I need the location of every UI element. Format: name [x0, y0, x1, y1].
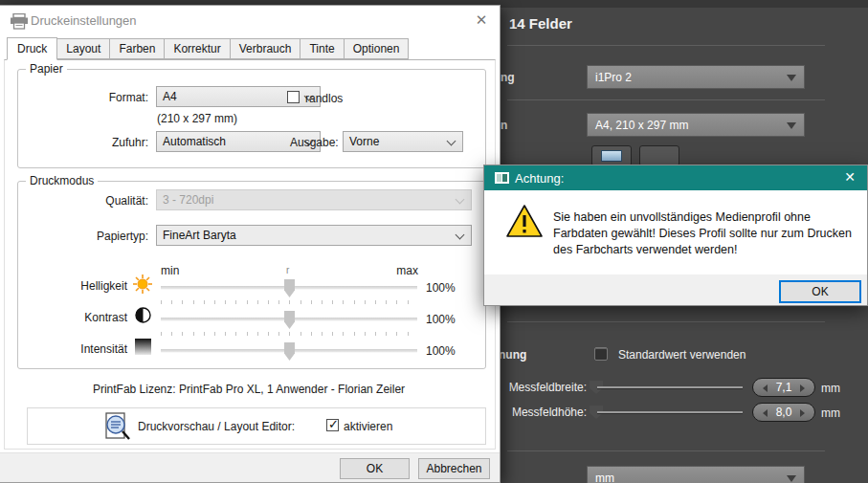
patch-width-unit: mm [821, 382, 840, 395]
contrast-value: 100% [426, 313, 456, 326]
checkmark-icon: ✓ [328, 417, 339, 431]
contrast-icon [135, 307, 151, 323]
output-value: Vorne [349, 135, 379, 148]
warning-ok-button[interactable]: OK [779, 280, 861, 303]
screen: 14 Felder ng i1Pro 2 n A4, 210 x 297 mm … [0, 0, 868, 483]
close-icon[interactable]: ✕ [844, 169, 856, 185]
background-heading: 14 Felder [509, 15, 572, 32]
output-combobox[interactable]: Vorne [343, 131, 463, 152]
feed-label: Zufuhr: [43, 136, 148, 149]
dropdown-arrow-icon [787, 475, 796, 483]
divider [507, 321, 825, 322]
patch-width-label: Messfeldbreite: [502, 381, 587, 394]
patch-height-stepper[interactable]: 8,0 [752, 403, 815, 422]
standard-value-checkbox-label: Standardwert verwenden [618, 348, 746, 362]
divider [507, 450, 825, 451]
close-icon[interactable]: ✕ [473, 11, 490, 29]
tab-tinte[interactable]: Tinte [300, 38, 344, 59]
quality-label: Qualität: [43, 194, 148, 208]
tab-layout[interactable]: Layout [56, 38, 110, 59]
device-dropdown[interactable]: i1Pro 2 [587, 65, 805, 89]
warning-title: Achtung: [515, 171, 564, 186]
paper-size-note: (210 x 297 mm) [157, 112, 237, 125]
papertype-label: Papiertyp: [43, 230, 148, 243]
chart-secondary-button[interactable] [639, 145, 679, 166]
device-dropdown-value: i1Pro 2 [595, 71, 632, 84]
brightness-value: 100% [426, 281, 456, 295]
scale-min-label: min [161, 264, 179, 277]
preview-enable-checkbox[interactable]: ✓ [326, 419, 339, 431]
preview-box: Druckvorschau / Layout Editor: ✓ aktivie… [27, 407, 486, 445]
print-mode-group-title: Druckmodus [26, 174, 98, 187]
ok-button[interactable]: OK [340, 458, 410, 479]
standard-value-checkbox[interactable] [594, 347, 608, 361]
paper-group-title: Papier [26, 62, 67, 76]
tab-farben[interactable]: Farben [109, 38, 165, 59]
tick-marks [161, 332, 417, 336]
paper-group: Papier [17, 69, 486, 168]
paper-label-fragment: n [501, 119, 507, 132]
tab-verbrauch[interactable]: Verbrauch [230, 38, 301, 59]
chevron-down-icon [456, 231, 465, 240]
tab-korrektur[interactable]: Korrektur [164, 38, 230, 59]
app-window-icon [495, 172, 509, 184]
format-label: Format: [43, 91, 148, 104]
patch-width-slider-track[interactable] [597, 386, 743, 388]
dialog-titlebar[interactable]: Druckeinstellungen ✕ [0, 6, 500, 34]
warning-dialog: Achtung: ✕ Sie haben ein unvollständiges… [483, 165, 868, 306]
patch-width-value: 7,1 [776, 381, 792, 394]
decrement-icon[interactable] [759, 384, 768, 392]
cancel-button[interactable]: Abbrechen [418, 458, 490, 479]
tab-strip: Druck Layout Farben Korrektur Verbrauch … [7, 37, 409, 59]
increment-icon[interactable] [800, 409, 809, 417]
printer-icon [10, 13, 29, 30]
decrement-icon[interactable] [759, 409, 768, 417]
license-text: PrintFab Lizenz: PrintFab Pro XL, 1 Anwe… [19, 383, 479, 396]
warning-triangle-icon [505, 204, 544, 238]
gradient-icon [135, 339, 151, 355]
intensity-label: Intensität [32, 342, 127, 356]
preview-label: Druckvorschau / Layout Editor: [138, 420, 295, 433]
dropdown-arrow-icon [787, 122, 796, 134]
increment-icon[interactable] [800, 384, 809, 392]
tab-optionen[interactable]: Optionen [344, 38, 410, 59]
patch-height-unit: mm [821, 406, 840, 420]
print-preview-icon [104, 412, 131, 442]
borderless-label: randlos [305, 92, 343, 105]
feed-value: Automatisch [163, 135, 226, 148]
warning-titlebar[interactable]: Achtung: ✕ [484, 165, 867, 190]
patch-height-label: Messfeldhöhe: [502, 406, 587, 419]
paper-size-dropdown-value: A4, 210 x 297 mm [595, 119, 688, 132]
tick-marks [161, 300, 417, 304]
scale-center-mark: r [286, 265, 289, 275]
quality-combobox: 3 - 720dpi [156, 189, 472, 210]
brightness-label: Helligkeit [32, 279, 127, 293]
papertype-combobox[interactable]: FineArt Baryta [156, 225, 472, 246]
tab-druck[interactable]: Druck [7, 37, 57, 60]
divider [507, 99, 825, 100]
patch-width-stepper[interactable]: 7,1 [752, 378, 815, 397]
print-settings-dialog: Druckeinstellungen ✕ Druck Layout Farben… [0, 5, 501, 483]
scale-max-label: max [383, 264, 418, 277]
unit-dropdown-value: mm [595, 472, 614, 483]
chevron-down-icon [456, 195, 465, 205]
divider [507, 45, 825, 46]
chart-preview-button[interactable] [591, 145, 632, 166]
format-value: A4 [163, 90, 177, 103]
borderless-checkbox[interactable] [287, 91, 300, 103]
output-label: Ausgabe: [290, 136, 336, 149]
intensity-value: 100% [426, 344, 456, 358]
dropdown-arrow-icon [787, 75, 796, 86]
quality-value: 3 - 720dpi [163, 193, 213, 207]
patch-height-slider-track[interactable] [597, 411, 743, 413]
contrast-label: Kontrast [32, 311, 127, 324]
patch-height-value: 8,0 [776, 406, 792, 419]
sun-icon [133, 274, 152, 294]
preview-enable-label: aktivieren [344, 420, 392, 433]
warning-message: Sie haben ein unvollständiges Medienprof… [553, 209, 865, 258]
device-label-fragment: ng [501, 71, 515, 84]
unit-dropdown[interactable]: mm [587, 466, 805, 483]
paper-size-dropdown[interactable]: A4, 210 x 297 mm [587, 113, 805, 137]
measure-section-label-fragment: nung [499, 348, 526, 362]
papertype-value: FineArt Baryta [163, 229, 236, 242]
